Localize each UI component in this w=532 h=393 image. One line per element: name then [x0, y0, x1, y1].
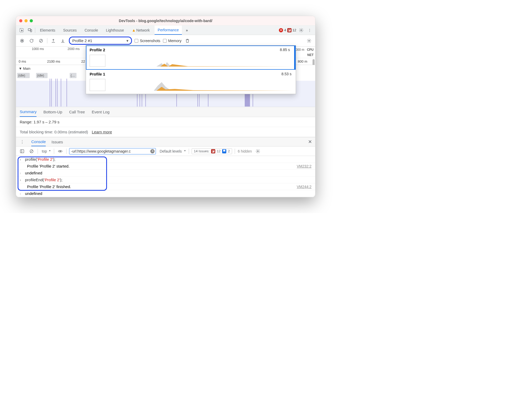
- profile-select-label: Profile 2 #1: [72, 38, 92, 43]
- svg-point-3: [301, 29, 302, 31]
- tab-elements[interactable]: Elements: [37, 26, 58, 35]
- context-select[interactable]: top: [40, 148, 51, 154]
- cpu-label: CPU: [307, 48, 314, 52]
- log-levels-select[interactable]: Default levels: [158, 149, 186, 154]
- close-drawer-icon[interactable]: ✕: [308, 139, 312, 145]
- console-settings-icon[interactable]: [254, 148, 261, 155]
- levels-label: Default levels: [160, 149, 182, 153]
- issue-info-icon: ▀: [222, 149, 226, 153]
- profile-thumbnail: [90, 55, 105, 67]
- profile-name: Profile 2: [90, 48, 105, 52]
- drawer-tab-console[interactable]: Console: [31, 137, 46, 146]
- separator: [54, 149, 54, 154]
- source-link[interactable]: VM244:2: [297, 185, 311, 189]
- subtab-calltree[interactable]: Call Tree: [69, 110, 85, 114]
- profile-option[interactable]: Profile 2 8.85 s: [86, 46, 296, 70]
- main-track-label: ▼ Main: [19, 67, 30, 70]
- console-output-line: Profile 'Profile 2' finished. VM244:2: [16, 183, 315, 190]
- tick-label: 2000 ms: [68, 47, 80, 51]
- perf-toolbar: Profile 2 #1 Screenshots Memory: [16, 35, 315, 47]
- main-tabbar: Elements Sources Console Lighthouse ▲Net…: [16, 26, 315, 35]
- svg-point-10: [60, 150, 61, 152]
- hidden-count[interactable]: 6 hidden: [238, 149, 252, 153]
- panel-settings-icon[interactable]: [306, 37, 313, 44]
- separator: [189, 149, 189, 154]
- blocking-time-text: Total blocking time: 0.00ms (estimated): [20, 130, 88, 134]
- devtools-window: DevTools - blog.google/technology/ai/cod…: [16, 16, 315, 197]
- issue-icon: ◪: [287, 28, 291, 32]
- ruler-tick: 22: [81, 59, 85, 63]
- subtab-eventlog[interactable]: Event Log: [92, 110, 110, 114]
- tab-lighthouse[interactable]: Lighthouse: [103, 26, 127, 35]
- subtab-bottomup[interactable]: Bottom-Up: [43, 110, 62, 114]
- upload-icon[interactable]: [50, 37, 57, 44]
- svg-rect-8: [20, 150, 24, 153]
- console-toolbar: top -url:https://www.googletagmanager.c …: [16, 147, 315, 156]
- issues-pill[interactable]: 14 Issues: ◪12 ▀2: [192, 148, 232, 154]
- screenshots-label: Screenshots: [140, 39, 160, 43]
- more-tabs-icon[interactable]: »: [183, 27, 190, 34]
- clear-icon[interactable]: [38, 37, 44, 44]
- profile-waveform: [109, 79, 292, 91]
- truncated-block: (…: [70, 73, 76, 78]
- console-input-line: › profile('Profile 2');: [16, 156, 315, 163]
- profile-waveform: [109, 55, 290, 67]
- profile-duration: 8.85 s: [280, 48, 290, 52]
- record-icon[interactable]: [19, 37, 25, 44]
- drawer-tab-issues[interactable]: Issues: [52, 140, 63, 144]
- console-output-line: Profile 'Profile 2' started. VM232:2: [16, 163, 315, 170]
- reload-record-icon[interactable]: [28, 37, 35, 44]
- console-filter-input[interactable]: -url:https://www.googletagmanager.c ✕: [69, 148, 156, 154]
- window-title: DevTools - blog.google/technology/ai/cod…: [16, 19, 315, 23]
- separator: [66, 149, 66, 154]
- live-expression-icon[interactable]: [57, 148, 64, 155]
- console-input-line: › profileEnd('Profile 2');: [16, 177, 315, 183]
- error-count: 4: [284, 28, 286, 32]
- tab-sources[interactable]: Sources: [60, 26, 80, 35]
- download-icon[interactable]: [59, 37, 66, 44]
- separator: [235, 149, 235, 154]
- range-text: Range: 1.97 s – 2.79 s: [16, 117, 315, 127]
- clear-filter-icon[interactable]: ✕: [150, 149, 155, 153]
- learn-more-link[interactable]: Learn more: [92, 130, 112, 134]
- settings-icon[interactable]: [298, 27, 305, 34]
- ruler-tick: 2100 ms: [47, 59, 60, 63]
- console-body: › profile('Profile 2'); Profile 'Profile…: [16, 156, 315, 197]
- error-counter[interactable]: ✕4 ◪12: [279, 28, 296, 32]
- profile-name: Profile 1: [90, 72, 105, 76]
- console-sidebar-toggle-icon[interactable]: [19, 148, 25, 155]
- drawer-tabbar: ⋮ Console Issues ✕: [16, 137, 315, 147]
- drawer-menu-icon[interactable]: ⋮: [19, 138, 25, 145]
- source-link[interactable]: VM232:2: [297, 164, 311, 168]
- profile-option[interactable]: Profile 1 8.53 s: [86, 70, 296, 94]
- kebab-menu-icon[interactable]: ⋮: [306, 27, 313, 34]
- svg-point-5: [21, 40, 23, 42]
- device-toggle-icon[interactable]: [27, 27, 33, 34]
- tab-network[interactable]: ▲Network: [129, 26, 153, 35]
- subtab-summary[interactable]: Summary: [20, 107, 37, 117]
- memory-checkbox[interactable]: Memory: [163, 39, 182, 43]
- profile-thumbnail: [90, 79, 105, 91]
- trash-icon[interactable]: [184, 37, 191, 44]
- profile-dropdown: Profile 2 8.85 s Profile 1 8.53 s: [86, 45, 296, 94]
- checkbox-icon: [135, 39, 138, 43]
- titlebar: DevTools - blog.google/technology/ai/cod…: [16, 16, 315, 26]
- idle-block: (idle): [36, 73, 48, 78]
- svg-point-7: [309, 40, 310, 41]
- tab-console[interactable]: Console: [81, 26, 101, 35]
- separator: [47, 38, 47, 43]
- prompt-icon: ›: [20, 157, 23, 162]
- checkbox-icon: [163, 39, 167, 43]
- idle-block: (idle): [17, 73, 30, 78]
- profile-select[interactable]: Profile 2 #1: [69, 37, 132, 45]
- tab-network-label: Network: [136, 28, 150, 32]
- issue-count: 12: [293, 28, 296, 32]
- inspect-icon[interactable]: [18, 27, 25, 34]
- console-return-line: ‹ undefined: [16, 170, 315, 177]
- separator: [35, 28, 35, 33]
- screenshots-checkbox[interactable]: Screenshots: [135, 39, 160, 43]
- error-icon: ✕: [279, 28, 283, 32]
- ruler-tick: 800 m: [298, 59, 307, 63]
- tab-performance[interactable]: Performance: [155, 26, 182, 35]
- clear-console-icon[interactable]: [28, 148, 35, 155]
